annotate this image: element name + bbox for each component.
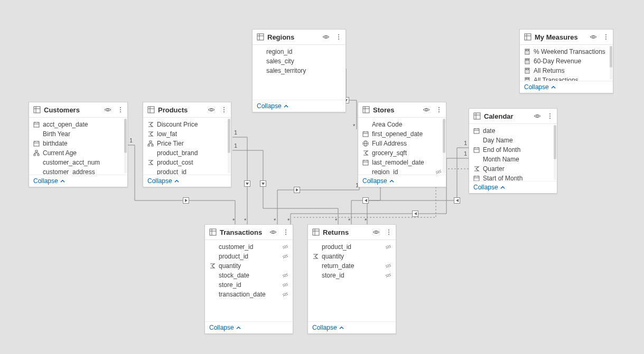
field-row[interactable]: customer_address [29,167,127,175]
field-row[interactable]: grocery_sqft [358,148,446,158]
hidden-icon [385,272,391,279]
field-row[interactable]: Birth Year [29,129,127,139]
filter-direction-icon [260,180,266,187]
field-row[interactable]: product_id [205,252,293,261]
sum-icon [147,121,154,128]
svg-point-114 [549,116,550,117]
field-row[interactable]: sales_territory [253,66,346,75]
visibility-icon[interactable] [322,33,330,41]
table-title: Stores [373,106,417,114]
table-regions[interactable]: Regions region_idsales_citysales_territo… [252,29,346,112]
visibility-icon[interactable] [423,106,430,113]
field-row[interactable]: All Returns [520,66,613,75]
field-row[interactable]: store_id [205,280,293,290]
table-stores[interactable]: Stores Area Codefirst_opened_dateFull Ad… [358,102,446,187]
table-customers[interactable]: Customers acct_open_dateBirth Yearbirthd… [29,102,128,187]
field-row[interactable]: Quarter [469,164,557,174]
field-row[interactable]: All Transactions [520,75,613,81]
more-options-icon[interactable] [546,112,554,120]
field-row[interactable]: sales_city [253,56,346,66]
field-row[interactable]: low_fat [143,129,231,139]
field-row[interactable]: birthdate [29,139,127,148]
collapse-button[interactable]: Collapse [33,177,65,185]
svg-rect-70 [34,154,35,156]
field-row[interactable]: date [469,126,557,136]
svg-point-58 [120,107,121,108]
field-row[interactable]: region_id [253,47,346,56]
visibility-icon[interactable] [208,106,215,113]
field-row[interactable]: Area Code [358,120,446,129]
field-row[interactable]: Full Address [358,139,446,148]
table-icon [209,228,217,236]
collapse-button[interactable]: Collapse [524,83,556,91]
visibility-icon[interactable] [534,112,541,120]
more-options-icon[interactable] [602,33,610,41]
field-row[interactable]: transaction_date [205,290,293,299]
collapse-button[interactable]: Collapse [362,177,394,185]
svg-text:*: * [335,217,338,224]
field-name: Current Age [43,149,123,157]
more-options-icon[interactable] [335,33,342,41]
visibility-icon[interactable] [590,33,597,41]
svg-point-26 [592,36,594,38]
svg-point-46 [526,72,527,72]
collapse-button[interactable]: Collapse [473,184,505,191]
more-options-icon[interactable] [435,106,443,113]
collapse-button[interactable]: Collapse [209,324,241,331]
visibility-icon[interactable] [269,228,277,236]
field-row[interactable]: Discount Price [143,120,231,129]
visibility-icon[interactable] [104,106,111,113]
field-name: product_id [157,168,227,175]
field-name: % Weekend Transactions [534,48,609,55]
table-calendar[interactable]: Calendar dateDay NameEnd of MonthMonth N… [469,108,557,194]
table-returns[interactable]: Returns product_idquantityreturn_datesto… [307,224,396,334]
field-row[interactable]: Month Name [469,155,557,164]
svg-rect-54 [34,107,40,113]
more-options-icon[interactable] [220,106,228,113]
field-row[interactable]: quantity [205,261,293,271]
field-row[interactable]: acct_open_date [29,120,127,129]
field-row[interactable]: product_id [143,167,231,175]
table-transactions[interactable]: Transactions customer_idproduct_idquanti… [204,224,293,334]
table-title: Customers [44,106,99,114]
field-row[interactable]: customer_id [205,242,293,252]
hidden-icon [282,253,288,260]
field-row[interactable]: quantity [308,252,396,261]
collapse-button[interactable]: Collapse [147,177,179,185]
svg-point-133 [285,232,286,233]
visibility-icon[interactable] [372,228,380,236]
field-row[interactable]: product_cost [143,158,231,167]
table-icon [147,106,155,113]
field-row[interactable]: customer_acct_num [29,158,127,167]
svg-point-134 [285,234,286,235]
table-products[interactable]: Products Discount Pricelow_fatPrice Tier… [143,102,231,187]
more-options-icon[interactable] [385,228,393,236]
blank-icon [312,244,319,250]
globe-icon [362,140,369,147]
field-row[interactable]: stock_date [205,271,293,280]
field-row[interactable]: product_id [308,242,396,252]
field-row[interactable]: Start of Month [469,174,557,181]
field-row[interactable]: Current Age [29,148,127,158]
field-row[interactable]: Price Tier [143,139,231,148]
field-row[interactable]: Day Name [469,136,557,145]
field-name: Month Name [483,156,553,163]
model-canvas[interactable]: { "collapse_label":"Collapse", "tables":… [0,0,644,354]
field-row[interactable]: store_id [308,271,396,280]
field-row[interactable]: region_id [358,167,446,175]
field-row[interactable]: last_remodel_date [358,158,446,167]
field-row[interactable]: % Weekend Transactions [520,47,613,56]
field-row[interactable]: End of Month [469,145,557,155]
more-options-icon[interactable] [282,228,290,236]
collapse-button[interactable]: Collapse [257,102,288,110]
field-row[interactable]: product_brand [143,148,231,158]
svg-point-131 [272,231,274,233]
more-options-icon[interactable] [117,106,124,113]
table-title: Regions [267,33,317,41]
table-my-measures[interactable]: My Measures % Weekend Transactions60-Day… [519,29,613,93]
field-row[interactable]: return_date [308,261,396,271]
calc-icon [524,58,530,64]
field-row[interactable]: 60-Day Revenue [520,56,613,66]
field-row[interactable]: first_opened_date [358,129,446,139]
collapse-button[interactable]: Collapse [312,324,344,331]
